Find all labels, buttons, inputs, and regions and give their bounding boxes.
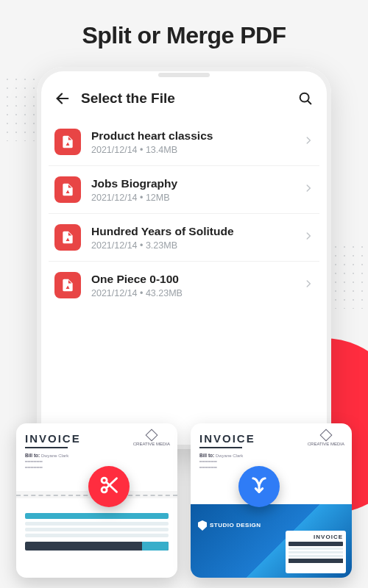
- divider: [25, 447, 68, 448]
- bill-to: Bill to: Dwyane Clark ━━━━━━━━━━━━: [25, 453, 169, 470]
- pdf-icon: [54, 129, 81, 155]
- bill-to: Bill to: Dwyane Clark ━━━━━━━━━━━━: [199, 453, 343, 470]
- file-meta: 2021/12/14 • 3.23MB: [91, 240, 293, 251]
- merge-action-badge[interactable]: [238, 466, 280, 507]
- pdf-icon: [54, 176, 81, 203]
- split-action-badge[interactable]: [88, 466, 130, 507]
- file-name: Product heart classics: [91, 129, 293, 143]
- phone-mock: Select the File Product heart classics 2…: [37, 67, 331, 449]
- pdf-icon: [54, 224, 81, 251]
- studio-label: STUDIO DESIGN: [198, 520, 261, 531]
- scissors-icon: [99, 475, 119, 498]
- top-bar: Select the File: [49, 80, 319, 114]
- file-row[interactable]: Jobs Biography 2021/12/14 • 12MB: [49, 166, 319, 214]
- chevron-right-icon: [303, 135, 314, 148]
- file-row[interactable]: One Piece 0-100 2021/12/14 • 43.23MB: [49, 262, 319, 309]
- file-meta: 2021/12/14 • 13.4MB: [91, 145, 293, 155]
- mini-invoice: INVOICE: [286, 531, 346, 573]
- file-row[interactable]: Product heart classics 2021/12/14 • 13.4…: [49, 118, 319, 166]
- file-row[interactable]: Hundred Years of Solitude 2021/12/14 • 3…: [49, 214, 319, 262]
- merge-icon: [249, 475, 269, 498]
- back-icon[interactable]: [54, 90, 71, 107]
- brand-logo: CREATIVE MEDIA: [133, 431, 170, 446]
- divider: [199, 447, 242, 448]
- screen-title: Select the File: [81, 90, 287, 107]
- file-name: Jobs Biography: [91, 177, 293, 190]
- brand-logo: CREATIVE MEDIA: [308, 431, 344, 446]
- chevron-right-icon: [303, 279, 314, 292]
- file-list: Product heart classics 2021/12/14 • 13.4…: [49, 118, 319, 309]
- file-name: Hundred Years of Solitude: [91, 225, 293, 238]
- svg-line-2: [308, 101, 311, 104]
- pdf-icon: [54, 272, 81, 298]
- page-title: Split or Merge PDF: [0, 22, 368, 49]
- total-stub: [25, 542, 169, 551]
- file-name: One Piece 0-100: [91, 273, 293, 286]
- file-meta: 2021/12/14 • 12MB: [91, 193, 293, 203]
- merge-second-doc: STUDIO DESIGN INVOICE: [191, 504, 352, 578]
- chevron-right-icon: [303, 183, 314, 196]
- file-meta: 2021/12/14 • 43.23MB: [91, 288, 293, 298]
- chevron-right-icon: [303, 231, 314, 244]
- table-stub: [25, 513, 169, 537]
- search-icon[interactable]: [297, 90, 314, 107]
